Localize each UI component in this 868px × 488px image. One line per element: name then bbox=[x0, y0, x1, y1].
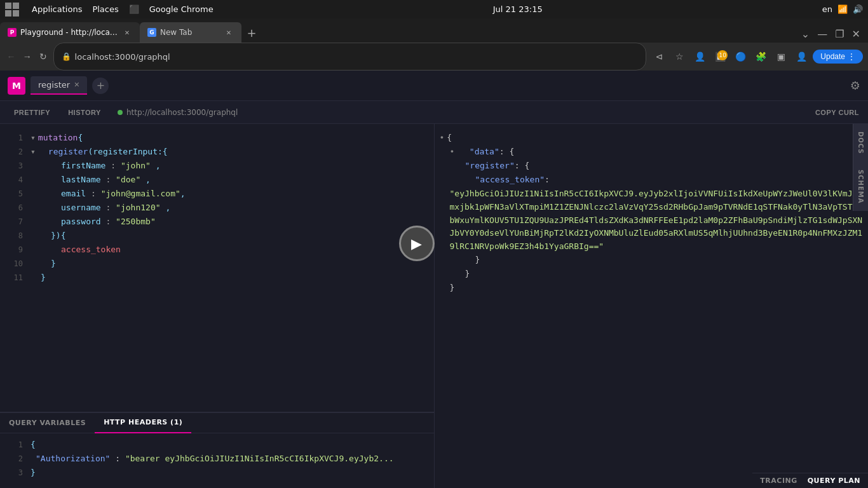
places-menu[interactable]: Places bbox=[92, 4, 118, 14]
fold-arrow-2[interactable]: ▾ bbox=[31, 146, 36, 159]
resp-line-6: } bbox=[435, 254, 869, 268]
taskbar: Applications Places ⬛ Google Chrome Jul … bbox=[0, 0, 868, 18]
update-button[interactable]: Update ⋮ bbox=[813, 50, 863, 64]
back-button[interactable]: ← bbox=[5, 48, 17, 65]
user-avatar-icon[interactable]: 👤 bbox=[792, 48, 810, 65]
address-bar: ← → ↻ 🔒 localhost:3000/graphql ⊲ ☆ 👤 🔲 1… bbox=[0, 43, 868, 71]
tab-playground[interactable]: P Playground - http://localh... ✕ bbox=[0, 22, 140, 43]
lang-indicator: en bbox=[822, 4, 832, 14]
query-plan-button[interactable]: QUERY PLAN bbox=[808, 477, 860, 485]
reload-button[interactable]: ↻ bbox=[37, 48, 49, 65]
new-tab-button[interactable]: + bbox=[241, 22, 262, 43]
browser-chrome: P Playground - http://localh... ✕ G New … bbox=[0, 18, 868, 71]
graphql-playground: M register ✕ + ⚙ PRETTIFY HISTORY http:/… bbox=[0, 71, 868, 488]
playground-logo: M bbox=[8, 77, 25, 95]
bottom-right-bar: TRACING QUERY PLAN bbox=[752, 473, 868, 488]
playground-settings-button[interactable]: ⚙ bbox=[850, 79, 860, 92]
endpoint-status-dot bbox=[118, 110, 123, 115]
share-icon[interactable]: ⊲ bbox=[650, 48, 668, 65]
resp-line-5: "eyJhbGciOiJIUzI1NiIsInR5cCI6IkpXVCJ9.ey… bbox=[435, 187, 869, 254]
side-tabs: DOCS SCHEMA bbox=[853, 124, 868, 211]
extension-icon-badge[interactable]: 🔲 10 bbox=[711, 48, 729, 65]
resp-line-2: • "data": { bbox=[435, 146, 869, 159]
endpoint-url: http://localhost:3000/graphql bbox=[126, 108, 238, 117]
tab-close-newtab[interactable]: ✕ bbox=[224, 27, 234, 37]
applications-menu[interactable]: Applications bbox=[32, 4, 82, 14]
tab-close-playground[interactable]: ✕ bbox=[122, 27, 132, 37]
forward-button[interactable]: → bbox=[21, 48, 33, 65]
playground-header: M register ✕ + ⚙ bbox=[0, 71, 868, 101]
playground-tab-name: register bbox=[38, 80, 70, 90]
address-text: localhost:3000/graphql bbox=[75, 52, 170, 62]
bottom-tab-bar: QUERY VARIABLES HTTP HEADERS (1) bbox=[0, 413, 434, 433]
bookmark-icon[interactable]: ☆ bbox=[670, 48, 688, 65]
playground-tab-close[interactable]: ✕ bbox=[74, 81, 79, 89]
lock-icon: 🔒 bbox=[62, 52, 71, 61]
http-headers-tab[interactable]: HTTP HEADERS (1) bbox=[95, 413, 191, 433]
code-line-8: 8 }){ bbox=[0, 229, 434, 243]
response-editor: • { • "data": { "register": { bbox=[435, 124, 869, 303]
query-editor[interactable]: 1 ▾ mutation{ 2 ▾ register(registerInput… bbox=[0, 124, 434, 412]
restore-button[interactable]: ❐ bbox=[832, 25, 846, 43]
tracing-button[interactable]: TRACING bbox=[760, 477, 797, 485]
tab-title-newtab: New Tab bbox=[160, 28, 220, 37]
playground-main: 1 ▾ mutation{ 2 ▾ register(registerInput… bbox=[0, 124, 868, 488]
tab-title-playground: Playground - http://localh... bbox=[20, 28, 118, 37]
http-headers-editor[interactable]: 1 { 2 "Authorization" : "bearer eyJhbGci… bbox=[0, 433, 434, 488]
code-line-5: 5 email : "john@gmail.com", bbox=[0, 187, 434, 201]
execute-query-button[interactable]: ▶ bbox=[399, 226, 435, 261]
prettify-button[interactable]: PRETTIFY bbox=[5, 101, 59, 124]
extension2-icon[interactable]: 🔵 bbox=[731, 48, 749, 65]
header-line-1: 1 { bbox=[0, 438, 434, 452]
copy-curl-button[interactable]: COPY CURL bbox=[806, 101, 868, 124]
sidebar-icon[interactable]: ▣ bbox=[772, 48, 790, 65]
headers-code: 1 { 2 "Authorization" : "bearer eyJhbGci… bbox=[0, 436, 434, 483]
schema-tab[interactable]: SCHEMA bbox=[853, 162, 868, 211]
history-button[interactable]: HISTORY bbox=[59, 101, 110, 124]
query-variables-tab[interactable]: QUERY VARIABLES bbox=[0, 413, 95, 433]
tab-favicon-newtab: G bbox=[147, 28, 156, 37]
browser-toolbar-icons: ⊲ ☆ 👤 🔲 10 🔵 🧩 ▣ 👤 Update ⋮ bbox=[650, 48, 863, 65]
profile-icon[interactable]: 👤 bbox=[691, 48, 709, 65]
tab-favicon-playground: P bbox=[8, 28, 17, 37]
add-playground-tab[interactable]: + bbox=[92, 78, 109, 94]
close-window-button[interactable]: ✕ bbox=[850, 25, 863, 43]
fold-arrow-1[interactable]: ▾ bbox=[31, 132, 36, 145]
address-input[interactable]: 🔒 localhost:3000/graphql bbox=[53, 43, 647, 71]
browser-label[interactable]: Google Chrome bbox=[149, 4, 214, 14]
sound-icon: 🔊 bbox=[853, 4, 863, 14]
code-editor-content: 1 ▾ mutation{ 2 ▾ register(registerInput… bbox=[0, 129, 434, 288]
code-line-2: 2 ▾ register(registerInput:{ bbox=[0, 146, 434, 159]
minimize-button[interactable]: — bbox=[815, 25, 830, 43]
resp-line-3: "register": { bbox=[435, 159, 869, 173]
playground-tab-register[interactable]: register ✕ bbox=[31, 76, 87, 95]
update-label: Update bbox=[820, 52, 845, 61]
datetime: Jul 21 23:15 bbox=[493, 4, 543, 14]
code-line-11: 11 } bbox=[0, 271, 434, 285]
extensions-puzzle-icon[interactable]: 🧩 bbox=[752, 48, 770, 65]
wifi-icon: 📶 bbox=[837, 4, 848, 14]
code-line-10: 10 } bbox=[0, 257, 434, 271]
endpoint-indicator: http://localhost:3000/graphql bbox=[110, 108, 806, 117]
taskbar-right: en 📶 🔊 bbox=[822, 4, 863, 14]
resp-line-8: } bbox=[435, 281, 869, 295]
code-line-3: 3 firstName : "john" , bbox=[0, 159, 434, 173]
code-line-7: 7 password : "250bmb" bbox=[0, 215, 434, 229]
update-chevron: ⋮ bbox=[848, 52, 855, 61]
tab-bar: P Playground - http://localh... ✕ G New … bbox=[0, 18, 868, 43]
header-line-3: 3 } bbox=[0, 466, 434, 480]
code-line-4: 4 lastName : "doe" , bbox=[0, 173, 434, 187]
tab-controls: ⌄ — ❐ ✕ bbox=[799, 25, 868, 43]
code-line-6: 6 username : "john120" , bbox=[0, 201, 434, 215]
bottom-panel: QUERY VARIABLES HTTP HEADERS (1) 1 { 2 "… bbox=[0, 412, 434, 488]
resp-line-1: • { bbox=[435, 132, 869, 146]
tab-newtab[interactable]: G New Tab ✕ bbox=[140, 22, 241, 43]
tab-list-button[interactable]: ⌄ bbox=[799, 25, 812, 43]
response-panel: • { • "data": { "register": { bbox=[435, 124, 869, 488]
grid-icon[interactable] bbox=[5, 3, 19, 17]
docs-tab[interactable]: DOCS bbox=[853, 124, 868, 162]
header-line-2: 2 "Authorization" : "bearer eyJhbGciOiJI… bbox=[0, 452, 434, 466]
response-code: • { • "data": { "register": { bbox=[435, 129, 869, 298]
resp-line-4: "access_token": bbox=[435, 173, 869, 187]
resp-line-7: } bbox=[435, 268, 869, 281]
